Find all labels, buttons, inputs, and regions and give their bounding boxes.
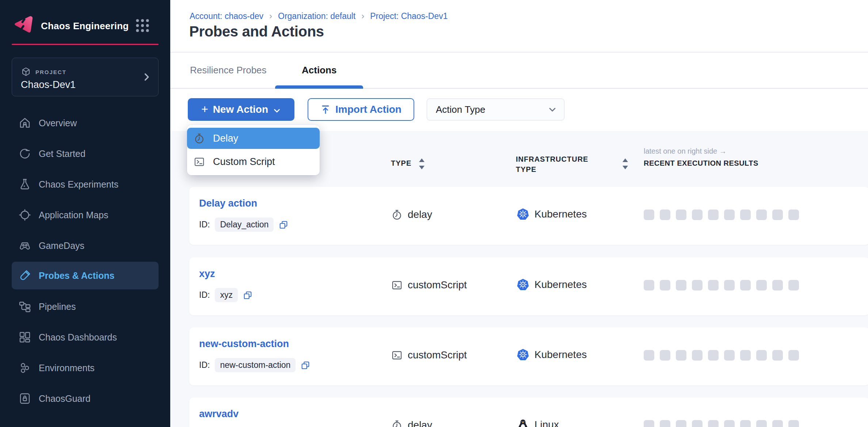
project-cube-icon	[21, 67, 31, 77]
execution-result-placeholder	[740, 280, 751, 291]
sidebar-item-environments[interactable]: Environments	[12, 357, 159, 378]
table-row: awrvadv delay Linux	[189, 397, 868, 427]
active-tab-underline	[275, 85, 363, 89]
module-grid-icon[interactable]	[135, 18, 150, 33]
execution-result-placeholder	[756, 350, 767, 361]
terminal-icon	[194, 156, 205, 168]
copy-icon[interactable]	[279, 220, 288, 230]
id-value: xyz	[215, 288, 238, 302]
sidebar-item-probes-actions[interactable]: Probes & Actions	[12, 262, 159, 289]
action-type-value: Action Type	[436, 104, 485, 115]
import-action-button[interactable]: Import Action	[308, 98, 414, 121]
plus-icon: +	[201, 103, 208, 115]
execution-result-placeholder	[772, 350, 783, 361]
recent-execution-placeholders	[644, 420, 799, 427]
sort-icon[interactable]	[621, 157, 629, 170]
execution-result-placeholder	[644, 420, 654, 427]
chevron-right-icon	[141, 72, 152, 82]
tab-resilience-probes[interactable]: Resilience Probes	[190, 65, 267, 76]
sidebar-item-chaos-dashboards[interactable]: Chaos Dashboards	[12, 327, 159, 348]
execution-result-placeholder	[772, 280, 783, 291]
column-header-infrastructure-type[interactable]: INFRASTRUCTURE TYPE	[516, 154, 602, 174]
breadcrumb-link[interactable]: Organization: default	[278, 11, 355, 21]
tab-actions[interactable]: Actions	[302, 65, 336, 76]
menu-item-delay[interactable]: Delay	[187, 128, 320, 149]
type-cell: delay	[391, 209, 432, 220]
column-header-recent-execution-results: RECENT EXECUTION RESULTS	[644, 159, 758, 168]
sidebar-item-overview[interactable]: Overview	[12, 112, 159, 134]
execution-result-placeholder	[740, 350, 751, 361]
chevron-down-icon	[548, 105, 557, 114]
sidebar-item-pipelines[interactable]: Pipelines	[12, 296, 159, 317]
sort-icon[interactable]	[418, 157, 426, 170]
new-action-button[interactable]: + New Action	[188, 98, 294, 121]
project-label: PROJECT	[35, 69, 66, 75]
execution-result-placeholder	[692, 420, 703, 427]
kubernetes-icon	[517, 208, 529, 220]
type-cell: delay	[391, 419, 432, 427]
page-title: Probes and Actions	[189, 23, 324, 40]
action-id: ID: new-custom-action	[199, 358, 310, 372]
id-label: ID:	[199, 360, 210, 370]
chevron-down-icon	[273, 105, 281, 114]
action-name-link[interactable]: new-custom-action	[199, 338, 289, 350]
execution-result-placeholder	[644, 350, 654, 361]
action-type-select[interactable]: Action Type	[427, 99, 564, 120]
type-value: delay	[408, 419, 432, 427]
sidebar-item-label: GameDays	[39, 241, 84, 251]
new-action-menu: DelayCustom Script	[187, 125, 320, 175]
brand-divider	[12, 44, 159, 45]
table-row: Delay action ID: Delay_action delay Kube…	[189, 187, 868, 245]
execution-result-placeholder	[660, 350, 670, 361]
sidebar-item-application-maps[interactable]: Application Maps	[12, 204, 159, 226]
kubernetes-icon	[517, 349, 529, 361]
copy-icon[interactable]	[243, 291, 252, 300]
recent-execution-placeholders	[644, 209, 799, 220]
menu-item-label: Custom Script	[213, 156, 275, 168]
flask-icon	[18, 178, 31, 191]
id-value: Delay_action	[215, 218, 274, 232]
execution-result-placeholder	[708, 209, 719, 220]
execution-result-placeholder	[756, 209, 767, 220]
type-value: customScript	[408, 349, 467, 361]
execution-result-placeholder	[772, 420, 783, 427]
execution-result-placeholder	[772, 209, 783, 220]
recent-execution-placeholders	[644, 350, 799, 361]
stopwatch-icon	[391, 209, 403, 220]
breadcrumb-link[interactable]: Project: Chaos-Dev1	[370, 11, 448, 21]
action-name-link[interactable]: Delay action	[199, 198, 257, 209]
execution-result-placeholder	[724, 350, 735, 361]
type-cell: customScript	[391, 279, 467, 291]
execution-result-placeholder	[724, 209, 735, 220]
execution-result-placeholder	[708, 420, 719, 427]
sidebar-item-get-started[interactable]: Get Started	[12, 143, 159, 164]
sidebar-item-chaosguard[interactable]: ChaosGuard	[12, 388, 159, 409]
infrastructure-value: Kubernetes	[534, 349, 587, 361]
execution-result-placeholder	[644, 280, 654, 291]
execution-result-placeholder	[708, 350, 719, 361]
get-started-icon	[18, 147, 31, 160]
execution-result-placeholder	[724, 280, 735, 291]
recent-execution-placeholders	[644, 280, 799, 291]
sidebar-item-gamedays[interactable]: GameDays	[12, 235, 159, 256]
execution-result-placeholder	[676, 209, 686, 220]
linux-icon	[517, 419, 529, 427]
project-selector[interactable]: PROJECT Chaos-Dev1	[12, 58, 159, 96]
execution-result-placeholder	[788, 209, 799, 220]
copy-icon[interactable]	[301, 361, 310, 370]
breadcrumb: Account: chaos-dev›Organization: default…	[190, 11, 448, 21]
infrastructure-value: Linux	[534, 419, 559, 427]
results-note: latest one on right side →	[644, 147, 727, 155]
execution-result-placeholder	[788, 280, 799, 291]
dashboard-icon	[18, 331, 31, 344]
action-id: ID: xyz	[199, 288, 252, 302]
action-name-link[interactable]: xyz	[199, 268, 215, 280]
harness-chaos-logo-icon	[13, 15, 34, 34]
breadcrumb-link[interactable]: Account: chaos-dev	[190, 11, 263, 21]
column-header-type[interactable]: TYPE	[391, 159, 411, 168]
action-name-link[interactable]: awrvadv	[199, 408, 239, 420]
sidebar-item-chaos-experiments[interactable]: Chaos Experiments	[12, 174, 159, 195]
execution-result-placeholder	[644, 209, 654, 220]
menu-item-custom-script[interactable]: Custom Script	[187, 151, 320, 172]
execution-result-placeholder	[660, 209, 670, 220]
